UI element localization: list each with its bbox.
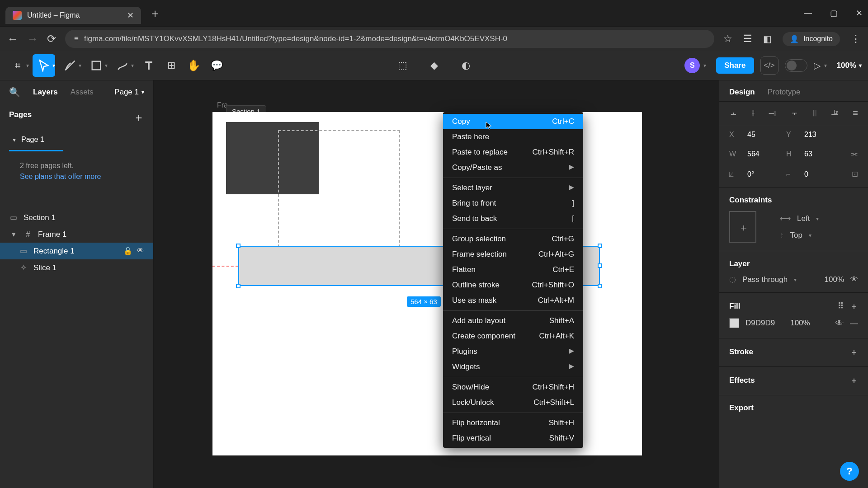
nav-back-icon[interactable]: ←	[7, 33, 18, 45]
context-menu-item[interactable]: CopyCtrl+C	[443, 114, 583, 129]
context-menu-item[interactable]: Send to back[	[443, 211, 583, 226]
site-settings-icon[interactable]: ≡	[74, 34, 79, 43]
toggle-switch[interactable]	[785, 59, 807, 72]
resources-tool[interactable]: ⊞	[160, 54, 183, 77]
nav-forward-icon[interactable]: →	[27, 33, 38, 45]
incognito-pill[interactable]: 👤 Incognito	[783, 32, 840, 46]
hand-tool[interactable]: ✋	[183, 54, 205, 77]
lock-aspect-icon[interactable]: ⫘	[850, 150, 858, 159]
layer-section[interactable]: ▭ Section 1	[0, 209, 153, 226]
context-menu-item[interactable]: Plugins▶	[443, 344, 583, 359]
align-left-icon[interactable]: ⫠	[729, 108, 738, 118]
visibility-icon[interactable]: 👁	[835, 319, 844, 328]
layer-rectangle[interactable]: ▭ Rectangle 1 🔓👁	[0, 243, 153, 259]
align-bottom-icon[interactable]: ⫡	[830, 108, 840, 118]
add-stroke-icon[interactable]: ＋	[850, 347, 858, 357]
x-value[interactable]: 45	[747, 131, 779, 139]
drawing-tool[interactable]	[111, 54, 134, 77]
url-field[interactable]: ≡ figma.com/file/nMSTY1OKvvXSMLY18HsH41/…	[65, 30, 714, 48]
zoom-dropdown[interactable]: 100%▾	[837, 61, 862, 70]
comment-tool[interactable]: 💬	[205, 54, 228, 77]
rotation-value[interactable]: 0°	[747, 170, 779, 178]
fill-hex[interactable]: D9D9D9	[745, 319, 775, 328]
page-selector[interactable]: Page 1 ▾	[114, 88, 144, 97]
bookmark-star-icon[interactable]: ☆	[723, 33, 732, 45]
see-plans-link[interactable]: See plans that offer more	[20, 173, 101, 180]
align-right-icon[interactable]: ⫣	[768, 108, 777, 118]
context-menu-item[interactable]: Paste here	[443, 129, 583, 145]
shape-tool[interactable]	[85, 54, 108, 77]
y-value[interactable]: 213	[804, 131, 836, 139]
constraint-h[interactable]: Left	[797, 214, 810, 223]
layers-tab[interactable]: Layers	[33, 88, 58, 97]
context-menu-item[interactable]: Add auto layoutShift+A	[443, 313, 583, 328]
avatar-dropdown-icon[interactable]: ▾	[703, 62, 706, 69]
mask-icon[interactable]: ◆	[423, 54, 445, 77]
style-icon[interactable]: ⠿	[838, 301, 844, 312]
boolean-icon[interactable]: ◐	[454, 54, 477, 77]
canvas[interactable]: Fra… Section 1 564 × 63 CopyCtrl+CPaste …	[154, 80, 719, 488]
h-value[interactable]: 63	[804, 150, 836, 158]
context-menu-item[interactable]: Use as maskCtrl+Alt+M	[443, 293, 583, 308]
context-menu-item[interactable]: Widgets▶	[443, 359, 583, 375]
align-hcenter-icon[interactable]: ⫲	[752, 108, 755, 118]
layer-frame[interactable]: ▾ # Frame 1	[0, 226, 153, 243]
context-menu-item[interactable]: Copy/Paste as▶	[443, 160, 583, 175]
page-row[interactable]: ▾ Page 1	[0, 131, 153, 148]
context-menu-item[interactable]: Paste to replaceCtrl+Shift+R	[443, 145, 583, 160]
pen-tool[interactable]	[59, 54, 81, 77]
assets-tab[interactable]: Assets	[71, 88, 94, 97]
layer-slice[interactable]: ✧ Slice 1	[0, 259, 153, 276]
browser-menu-icon[interactable]: ⋮	[851, 33, 861, 45]
text-tool[interactable]: T	[137, 54, 160, 77]
visibility-icon[interactable]: 👁	[850, 275, 858, 284]
dev-mode-toggle[interactable]: </>	[760, 56, 778, 75]
present-icon[interactable]: ▷	[814, 60, 821, 71]
fill-swatch[interactable]	[729, 318, 739, 328]
selection-handle[interactable]	[598, 263, 602, 268]
context-menu-item[interactable]: Flip verticalShift+V	[443, 431, 583, 446]
add-page-icon[interactable]: ＋	[133, 110, 144, 125]
context-menu-item[interactable]: Bring to front]	[443, 196, 583, 211]
context-menu-item[interactable]: Outline strokeCtrl+Shift+O	[443, 277, 583, 293]
fill-opacity[interactable]: 100%	[790, 319, 810, 328]
help-button[interactable]: ?	[840, 462, 859, 481]
context-menu-item[interactable]: Frame selectionCtrl+Alt+G	[443, 247, 583, 262]
design-tab[interactable]: Design	[729, 88, 755, 97]
align-vcenter-icon[interactable]: ⫴	[813, 108, 817, 118]
nav-reload-icon[interactable]: ⟳	[47, 33, 56, 45]
constraint-widget[interactable]: ＋	[729, 211, 756, 243]
reader-icon[interactable]: ☰	[743, 33, 752, 45]
constraint-v[interactable]: Top	[790, 231, 802, 240]
context-menu-item[interactable]: Show/HideCtrl+Shift+H	[443, 380, 583, 395]
layer-opacity[interactable]: 100%	[825, 275, 844, 284]
move-tool[interactable]	[33, 54, 55, 77]
selection-handle[interactable]	[236, 244, 241, 248]
blend-mode[interactable]: Pass through	[742, 275, 788, 284]
corner-value[interactable]: 0	[804, 170, 836, 178]
context-menu-item[interactable]: Group selectionCtrl+G	[443, 231, 583, 247]
browser-tab[interactable]: Untitled – Figma ✕	[5, 7, 141, 24]
selection-handle[interactable]	[598, 244, 602, 248]
remove-fill-icon[interactable]: —	[850, 319, 858, 328]
prototype-tab[interactable]: Prototype	[768, 88, 801, 97]
share-button[interactable]: Share	[716, 57, 754, 74]
selection-handle[interactable]	[598, 284, 602, 288]
user-avatar[interactable]: S	[684, 58, 700, 73]
lock-icon[interactable]: 🔓	[123, 247, 132, 255]
close-tab-icon[interactable]: ✕	[127, 10, 134, 20]
independent-corners-icon[interactable]: ⊡	[852, 169, 858, 179]
add-effect-icon[interactable]: ＋	[850, 375, 858, 386]
window-close-icon[interactable]: ✕	[856, 8, 863, 18]
window-minimize-icon[interactable]: —	[804, 8, 812, 18]
context-menu-item[interactable]: Select layer▶	[443, 180, 583, 196]
new-tab-icon[interactable]: ＋	[149, 5, 161, 21]
visibility-icon[interactable]: 👁	[137, 247, 144, 255]
add-fill-icon[interactable]: ＋	[850, 301, 858, 312]
context-menu-item[interactable]: Flip horizontalShift+H	[443, 415, 583, 431]
main-menu-icon[interactable]: ⌗	[6, 54, 29, 77]
component-icon[interactable]: ⬚	[391, 54, 414, 77]
search-icon[interactable]: 🔍	[9, 87, 20, 98]
w-value[interactable]: 564	[747, 150, 779, 158]
sidepanel-icon[interactable]: ◧	[763, 33, 772, 44]
